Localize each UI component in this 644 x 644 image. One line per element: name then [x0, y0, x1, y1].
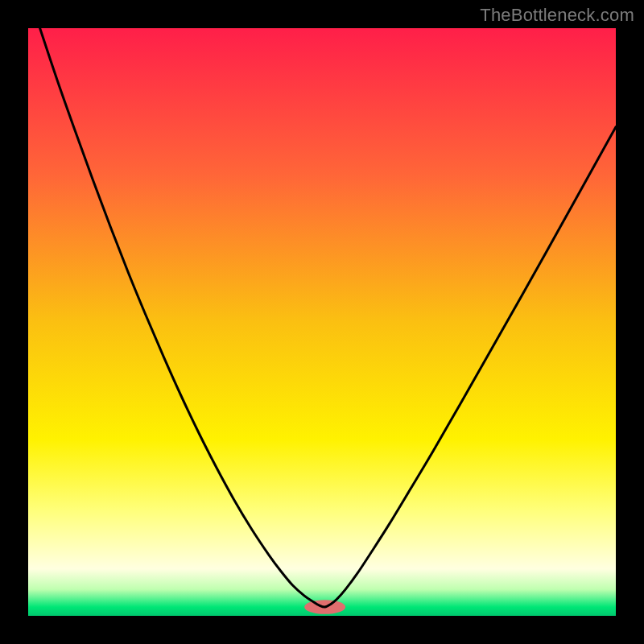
plot-area: [28, 28, 616, 616]
chart-svg: [28, 28, 616, 616]
watermark-text: TheBottleneck.com: [480, 5, 634, 26]
gradient-background: [28, 28, 616, 616]
chart-frame: TheBottleneck.com: [0, 0, 644, 644]
